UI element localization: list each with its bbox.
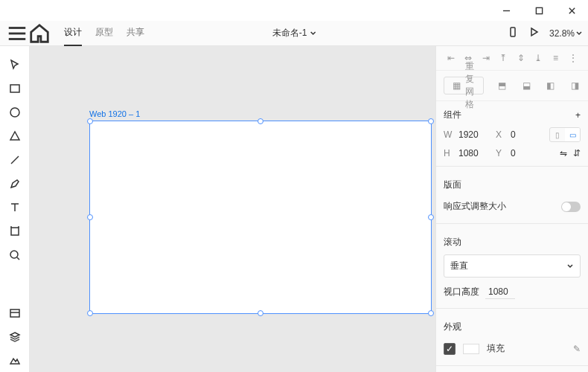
resize-handle[interactable] <box>87 118 93 124</box>
svg-rect-7 <box>511 28 515 36</box>
repeat-grid-label: 重复网格 <box>465 80 477 92</box>
repeat-grid-icon: ▦ <box>450 80 462 92</box>
chevron-down-icon <box>576 31 582 36</box>
fill-color-swatch[interactable] <box>463 344 479 354</box>
align-right-icon[interactable]: ⇥ <box>480 52 492 64</box>
play-icon[interactable] <box>528 27 539 39</box>
y-input[interactable]: 0 <box>511 148 542 158</box>
fill-label: 填充 <box>487 342 505 355</box>
zoom-control[interactable]: 32.8% <box>549 28 582 39</box>
height-input[interactable]: 1080 <box>458 148 490 158</box>
landscape-icon: ▭ <box>565 128 580 141</box>
device-preview-icon[interactable] <box>508 27 518 39</box>
resize-handle[interactable] <box>258 310 263 316</box>
document-title[interactable]: 未命名-1 <box>272 27 316 39</box>
pen-tool-icon[interactable] <box>4 173 26 195</box>
resize-handle[interactable] <box>87 214 93 220</box>
components-label: 组件 <box>444 109 461 121</box>
distribute-h-icon[interactable]: ≡ <box>550 52 562 64</box>
artboard-label[interactable]: Web 1920 – 1 <box>89 109 140 118</box>
layout-header: 版面 <box>436 171 588 194</box>
artboard-tool-icon[interactable] <box>4 220 26 243</box>
svg-rect-8 <box>10 85 19 92</box>
window-titlebar <box>0 0 588 21</box>
zoom-tool-icon[interactable] <box>4 244 26 266</box>
orientation-toggle[interactable]: ▯ ▭ <box>549 127 581 142</box>
svg-rect-11 <box>11 228 19 235</box>
left-toolbar <box>0 46 30 372</box>
responsive-resize-toggle[interactable] <box>561 202 581 212</box>
eyedropper-icon[interactable]: ✎ <box>573 344 581 354</box>
align-bottom-icon[interactable]: ⤓ <box>532 52 544 64</box>
resize-handle[interactable] <box>258 118 263 124</box>
layers-panel-icon[interactable] <box>4 326 26 348</box>
resize-handle[interactable] <box>428 118 434 124</box>
rectangle-tool-icon[interactable] <box>4 77 26 100</box>
y-label: Y <box>496 148 505 158</box>
tab-share[interactable]: 共享 <box>127 20 144 46</box>
scroll-header: 滚动 <box>436 228 588 251</box>
svg-line-15 <box>17 257 19 260</box>
align-middle-icon[interactable]: ⇕ <box>515 52 527 64</box>
flip-h-icon[interactable]: ⇋ <box>560 148 567 158</box>
artboard[interactable] <box>89 121 432 314</box>
align-left-icon[interactable]: ⇤ <box>445 52 457 64</box>
boolean-intersect-icon[interactable]: ◧ <box>545 80 557 92</box>
select-tool-icon[interactable] <box>4 54 26 76</box>
chevron-down-icon <box>566 263 574 270</box>
text-tool-icon[interactable] <box>4 196 26 219</box>
boolean-subtract-icon[interactable]: ⬓ <box>520 80 532 92</box>
scroll-value: 垂直 <box>450 260 468 272</box>
responsive-resize-label: 响应式调整大小 <box>444 200 506 213</box>
boolean-add-icon[interactable]: ⬒ <box>496 80 508 92</box>
canvas-area[interactable]: Web 1920 – 1 <box>30 46 435 372</box>
polygon-tool-icon[interactable] <box>4 125 26 147</box>
x-input[interactable]: 0 <box>511 129 542 140</box>
home-icon[interactable] <box>28 22 51 45</box>
viewport-height-label: 视口高度 <box>444 286 479 298</box>
resize-handle[interactable] <box>428 214 434 220</box>
components-header: 组件 + <box>436 101 588 124</box>
add-component-icon[interactable]: + <box>575 110 581 121</box>
close-button[interactable] <box>555 0 588 21</box>
align-top-icon[interactable]: ⤒ <box>497 52 509 64</box>
x-label: X <box>496 129 505 140</box>
repeat-grid-button[interactable]: ▦ 重复网格 <box>444 77 484 94</box>
width-input[interactable]: 1920 <box>458 129 490 140</box>
ellipse-tool-icon[interactable] <box>4 101 26 124</box>
width-label: W <box>444 129 453 140</box>
mode-tabs: 设计 原型 共享 <box>64 20 144 46</box>
portrait-icon: ▯ <box>550 128 565 141</box>
plugins-panel-icon[interactable] <box>4 350 26 372</box>
tab-design[interactable]: 设计 <box>64 20 82 46</box>
viewport-height-input[interactable]: 1080 <box>485 285 515 299</box>
minimize-button[interactable] <box>490 0 523 21</box>
hamburger-menu-icon[interactable] <box>6 22 28 45</box>
zoom-value: 32.8% <box>549 28 575 39</box>
scroll-select[interactable]: 垂直 <box>444 254 581 278</box>
svg-line-10 <box>11 156 19 164</box>
fill-checkbox[interactable]: ✓ <box>444 343 456 355</box>
svg-point-9 <box>10 108 19 117</box>
inspector-panel: ⇤ ⇔ ⇥ ⤒ ⇕ ⤓ ≡ ⋮ ▦ 重复网格 ⬒ ⬓ ◧ ◨ 组件 + W 19… <box>435 46 588 372</box>
document-title-text: 未命名-1 <box>272 27 307 39</box>
svg-rect-16 <box>10 310 19 317</box>
align-controls: ⇤ ⇔ ⇥ ⤒ ⇕ ⤓ ≡ ⋮ <box>436 46 588 71</box>
height-label: H <box>444 148 453 158</box>
flip-v-icon[interactable]: ⇵ <box>573 148 581 158</box>
resize-handle[interactable] <box>87 310 93 316</box>
resize-handle[interactable] <box>428 310 434 316</box>
chevron-down-icon <box>310 31 316 36</box>
assets-panel-icon[interactable] <box>4 302 26 324</box>
svg-rect-1 <box>536 7 542 13</box>
maximize-button[interactable] <box>523 0 555 21</box>
distribute-v-icon[interactable]: ⋮ <box>567 52 579 64</box>
top-menu-bar: 设计 原型 共享 未命名-1 32.8% <box>0 21 588 46</box>
tab-prototype[interactable]: 原型 <box>95 20 113 46</box>
line-tool-icon[interactable] <box>4 149 26 171</box>
boolean-exclude-icon[interactable]: ◨ <box>569 80 581 92</box>
appearance-header: 外观 <box>436 313 588 336</box>
svg-point-14 <box>10 251 18 258</box>
